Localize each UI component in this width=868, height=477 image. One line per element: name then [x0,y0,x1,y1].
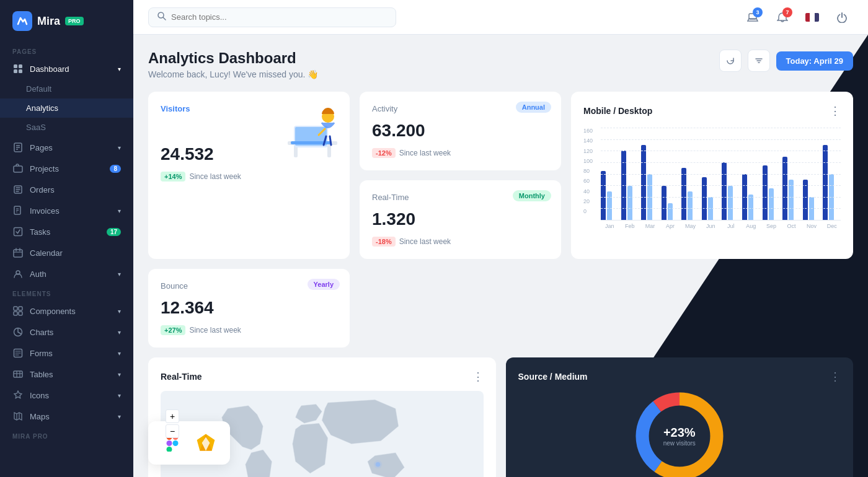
bell-badge: 7 [782,7,792,17]
pro-badge: PRO [65,17,84,25]
sidebar-item-invoices[interactable]: Invoices ▾ [0,200,133,221]
zoom-in-button[interactable]: + [166,409,179,423]
pages-section-label: PAGES [0,42,133,58]
icons-label: Icons [30,391,49,400]
x-axis-labels: Jan Feb Mar Apr May Jun Jul Aug Sep Oct [601,221,841,229]
visitors-illustration [281,98,343,160]
map-zoom-controls[interactable]: + − [166,409,179,438]
bounce-since: Since last week [189,326,241,335]
mira-pro-section-label: MIRA PRO [0,427,133,443]
svg-rect-21 [19,307,22,310]
mobile-desktop-header: Mobile / Desktop ⋮ [583,104,841,118]
default-label: Default [26,84,51,94]
invoices-label: Invoices [30,206,60,216]
maps-icon [12,411,24,422]
sidebar-item-projects[interactable]: Projects 8 [0,158,133,179]
page-header-actions: Today: April 29 [719,50,853,72]
sidebar-item-analytics[interactable]: Analytics [0,98,133,118]
filter-button[interactable] [748,50,770,72]
chat-badge: 3 [753,7,763,17]
refresh-button[interactable] [719,50,742,72]
bounce-change: +27% [161,325,185,335]
components-label: Components [30,307,76,316]
elements-section-label: ELEMENTS [0,284,133,300]
sidebar-item-default[interactable]: Default [0,79,133,98]
sidebar-logo[interactable]: Mira PRO [0,0,133,42]
svg-rect-2 [14,69,17,73]
sidebar-item-charts[interactable]: Charts ▾ [0,322,133,343]
mobile-desktop-card: Mobile / Desktop ⋮ 160 140 120 100 80 60… [571,92,853,259]
dashboard-chevron: ▾ [118,66,121,72]
source-medium-card: Source / Medium ⋮ [506,357,854,477]
flag-button[interactable] [801,6,823,28]
svg-point-49 [374,460,382,468]
power-button[interactable] [831,6,853,28]
bell-button[interactable]: 7 [771,6,794,28]
mobile-desktop-title: Mobile / Desktop [583,106,652,116]
sidebar-item-saas[interactable]: SaaS [0,118,133,137]
sidebar-item-dashboard[interactable]: Dashboard ▾ [0,58,133,79]
donut-percent: +23% [663,426,696,440]
bar-group-jan [601,171,619,221]
search-input[interactable] [171,12,387,22]
forms-icon [12,348,24,359]
map-menu[interactable]: ⋮ [472,370,484,383]
svg-rect-40 [327,145,331,157]
source-header: Source / Medium ⋮ [518,370,841,383]
svg-rect-20 [14,307,17,310]
activity-footer: -12% Since last week [372,148,549,158]
visitors-footer: +14% Since last week [161,172,337,182]
activity-change: -12% [372,148,396,158]
source-menu[interactable]: ⋮ [830,370,841,383]
tasks-icon [12,226,24,237]
search-icon [157,12,166,23]
visitors-since: Since last week [189,172,241,181]
realtime-value: 1.320 [372,209,549,229]
charts-chevron: ▾ [118,329,121,336]
sketch-logo [193,430,219,456]
realtime-badge: Monthly [513,190,551,201]
sidebar-item-forms[interactable]: Forms ▾ [0,343,133,364]
content-inner: Analytics Dashboard Welcome back, Lucy! … [133,35,868,477]
projects-badge: 8 [110,165,121,173]
sidebar-item-tasks[interactable]: Tasks 17 [0,221,133,242]
realtime-card: Real-Time Monthly 1.320 -18% Since last … [360,180,561,259]
svg-rect-14 [14,228,22,236]
zoom-out-button[interactable]: − [166,424,179,438]
svg-rect-0 [14,64,17,68]
mobile-desktop-menu[interactable]: ⋮ [830,104,841,118]
sidebar-item-calendar[interactable]: Calendar [0,242,133,263]
sidebar-item-components[interactable]: Components ▾ [0,300,133,322]
today-button[interactable]: Today: April 29 [776,51,853,71]
activity-since: Since last week [399,149,451,157]
visitors-change: +14% [161,172,185,182]
sidebar-item-auth[interactable]: Auth ▾ [0,263,133,284]
svg-rect-8 [14,166,22,172]
tables-label: Tables [30,370,53,379]
sidebar-item-tables[interactable]: Tables ▾ [0,364,133,385]
topbar-right: 3 7 [742,6,853,28]
notifications-chat-button[interactable]: 3 [742,6,764,28]
search-box[interactable] [148,7,396,27]
bounce-value: 12.364 [161,298,337,318]
projects-label: Projects [30,164,59,173]
maps-chevron: ▾ [118,413,121,420]
source-title: Source / Medium [518,372,588,382]
sidebar-item-pages[interactable]: Pages ▾ [0,137,133,158]
bounce-badge: Yearly [308,279,340,290]
maps-label: Maps [30,412,50,421]
realtime-since: Since last week [399,237,451,246]
svg-point-54 [173,440,179,446]
tables-icon [12,369,24,380]
content-area: Analytics Dashboard Welcome back, Lucy! … [133,35,868,477]
tasks-label: Tasks [30,227,50,237]
sidebar-item-icons[interactable]: Icons ▾ [0,385,133,406]
bar-chart-wrapper: 160 140 120 100 80 60 40 20 0 [583,128,841,229]
sidebar-item-orders[interactable]: Orders [0,179,133,200]
projects-icon [12,163,24,174]
realtime-footer: -18% Since last week [372,237,549,247]
bar-chart-content: Jan Feb Mar Apr May Jun Jul Aug Sep Oct [583,128,841,229]
map-title: Real-Time [161,372,202,382]
tech-logos-card [148,421,230,465]
sidebar-item-maps[interactable]: Maps ▾ [0,406,133,427]
